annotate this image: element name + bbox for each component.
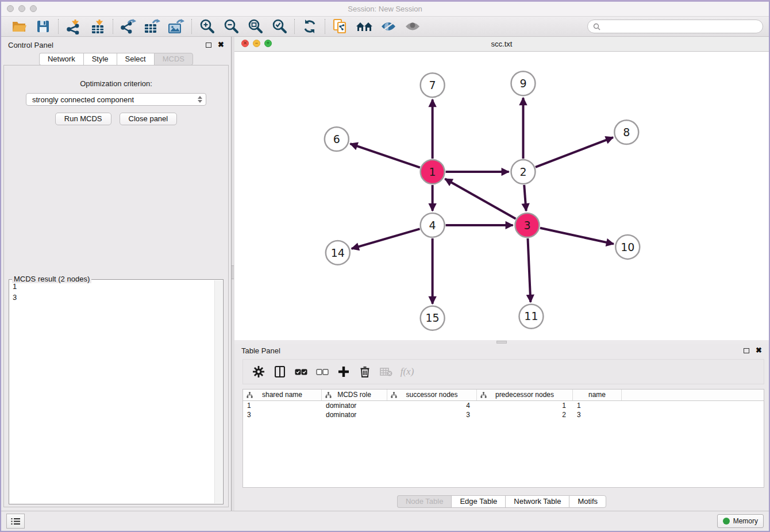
tab-node-table[interactable]: Node Table (397, 495, 452, 508)
refresh-button[interactable] (298, 18, 322, 35)
task-history-button[interactable] (6, 514, 25, 529)
float-panel-icon[interactable] (206, 43, 211, 48)
close-panel-button[interactable]: Close panel (120, 113, 178, 125)
memory-button[interactable]: Memory (717, 514, 764, 528)
splitter-grip[interactable] (496, 341, 507, 344)
zoom-in-button[interactable] (195, 18, 219, 35)
table-cell[interactable]: 3 (387, 410, 477, 419)
mcds-result-box: MCDS result (2 nodes) 13 (9, 279, 224, 504)
zoom-selected-button[interactable] (267, 18, 291, 35)
minimize-network-button[interactable]: − (253, 40, 260, 47)
export-image-button[interactable] (164, 18, 188, 35)
search-input[interactable] (604, 22, 757, 32)
splitter-grip[interactable] (232, 265, 234, 279)
table-panel-title: Table Panel (241, 346, 280, 355)
table-cell[interactable]: 3 (573, 410, 622, 419)
table-row[interactable]: 3dominator323 (243, 410, 764, 419)
destroy-table-button[interactable] (375, 363, 396, 380)
toolbar-separator (325, 19, 325, 34)
tab-network[interactable]: Network (39, 53, 83, 65)
first-neighbors-button[interactable] (352, 18, 376, 35)
graph-node-label: 11 (524, 310, 538, 322)
table-row[interactable]: 1dominator411 (243, 401, 764, 410)
close-panel-icon[interactable]: ✖ (756, 347, 762, 354)
table-cell[interactable]: dominator (322, 401, 387, 410)
save-session-button[interactable] (31, 18, 55, 35)
result-item[interactable]: 3 (10, 292, 214, 303)
graph-edge-2-8[interactable] (536, 137, 613, 167)
tab-network-table[interactable]: Network Table (505, 495, 569, 508)
import-network-button[interactable] (61, 18, 86, 35)
mcds-panel: Optimization criterion: strongly connect… (3, 65, 229, 507)
zoom-out-button[interactable] (219, 18, 243, 35)
network-documents-icon (333, 18, 348, 34)
column-header-name[interactable]: name (573, 390, 622, 400)
add-column-button[interactable] (333, 363, 354, 380)
table-settings-button[interactable] (248, 363, 269, 380)
table-toolbar: f(x) (242, 359, 764, 384)
close-window-button[interactable] (7, 5, 14, 12)
vertical-splitter[interactable] (231, 37, 234, 511)
select-stepper-icon (198, 96, 202, 103)
graph-edge-1-6[interactable] (350, 144, 419, 167)
graph-edge-3-11[interactable] (528, 238, 530, 302)
table-cell[interactable]: 1 (573, 401, 622, 410)
graph-edge-3-1[interactable] (445, 179, 515, 218)
delete-column-button[interactable] (354, 363, 375, 380)
open-session-button[interactable] (7, 18, 31, 35)
zoom-selected-icon (271, 18, 287, 34)
toolbar-separator (294, 19, 295, 34)
table-header-row: shared nameMCDS rolesuccessor nodesprede… (243, 390, 764, 401)
optimization-criterion-label: Optimization criterion: (4, 79, 228, 88)
column-header-predecessor-nodes[interactable]: predecessor nodes (477, 390, 573, 400)
table-cell[interactable]: 1 (477, 401, 573, 410)
zoom-network-button[interactable]: + (264, 40, 272, 47)
tab-select[interactable]: Select (117, 53, 154, 65)
tab-mcds[interactable]: MCDS (154, 53, 193, 65)
split-view-button[interactable] (269, 363, 290, 380)
minimize-window-button[interactable] (18, 5, 25, 12)
table-panel-tabs: Node TableEdge TableNetwork TableMotifs (234, 495, 769, 508)
houses-icon (355, 20, 374, 33)
close-panel-icon[interactable]: ✖ (218, 41, 224, 48)
network-window-title: scc.txt (491, 40, 513, 48)
split-view-icon (275, 366, 285, 377)
criterion-select[interactable]: strongly connected component (26, 93, 206, 106)
result-item[interactable]: 1 (10, 281, 214, 292)
function-builder-button[interactable]: f(x) (396, 363, 418, 380)
close-network-button[interactable]: ✕ (241, 40, 249, 47)
table-cell[interactable]: 3 (243, 410, 322, 419)
graph-node-label: 7 (429, 79, 436, 91)
float-panel-icon[interactable] (744, 348, 749, 353)
column-header-successor-nodes[interactable]: successor nodes (387, 390, 477, 400)
tab-style[interactable]: Style (83, 53, 117, 65)
graph-edge-2-3[interactable] (524, 185, 526, 211)
search-icon (593, 23, 600, 30)
column-header-shared-name[interactable]: shared name (243, 390, 322, 400)
window-title: Session: New Session (348, 5, 422, 13)
hide-graphics-details-button[interactable] (376, 18, 401, 35)
graph-edge-3-10[interactable] (540, 228, 614, 244)
import-table-button[interactable] (86, 18, 110, 35)
export-network-button[interactable] (116, 18, 140, 35)
node-table: shared nameMCDS rolesuccessor nodesprede… (242, 389, 764, 488)
export-table-button[interactable] (140, 18, 164, 35)
table-cell[interactable]: 1 (243, 401, 322, 410)
zoom-fit-button[interactable] (243, 18, 267, 35)
new-network-from-selection-button[interactable] (328, 18, 352, 35)
table-cell[interactable]: 2 (477, 410, 573, 419)
select-all-columns-button[interactable] (290, 363, 311, 380)
run-mcds-button[interactable]: Run MCDS (55, 113, 111, 125)
table-cell[interactable]: dominator (322, 410, 387, 419)
horizontal-splitter[interactable] (234, 340, 769, 344)
tab-motifs[interactable]: Motifs (569, 495, 606, 508)
tab-edge-table[interactable]: Edge Table (451, 495, 505, 508)
result-scrollbar[interactable] (214, 280, 222, 503)
network-canvas[interactable]: 7968124314101511 (234, 52, 769, 340)
table-cell[interactable]: 4 (387, 401, 477, 410)
graph-edge-4-14[interactable] (352, 229, 420, 249)
deselect-all-columns-button[interactable] (311, 363, 333, 380)
column-header-MCDS-role[interactable]: MCDS role (322, 390, 387, 400)
zoom-window-button[interactable] (30, 5, 37, 12)
show-graphics-details-button[interactable] (401, 18, 425, 35)
